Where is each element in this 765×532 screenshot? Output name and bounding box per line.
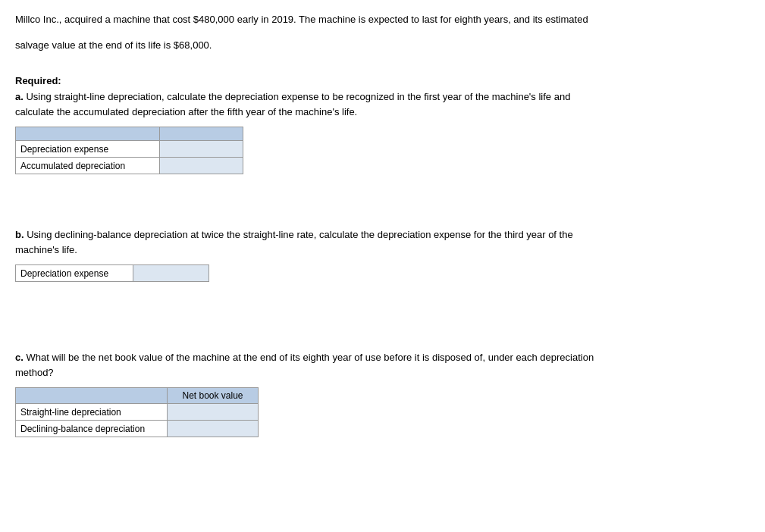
table-b-row1-input-field[interactable] <box>138 268 204 279</box>
table-a-blank-header <box>16 127 160 141</box>
table-c-row1-input-field[interactable] <box>172 407 253 418</box>
table-a-row2-input-field[interactable] <box>165 161 238 171</box>
table-b-row1-input[interactable] <box>133 265 209 282</box>
table-a: Depreciation expense Accumulated depreci… <box>15 127 243 174</box>
table-a-row1-input-field[interactable] <box>165 144 238 155</box>
table-c-row2-input-field[interactable] <box>172 424 253 434</box>
part-a-letter: a. <box>15 91 24 102</box>
table-b-row1-label: Depreciation expense <box>16 265 133 282</box>
table-b: Depreciation expense <box>15 264 209 282</box>
part-b-text-body: Using declining-balance depreciation at … <box>15 229 573 255</box>
table-a-header-row <box>16 127 243 141</box>
part-c-text: c. What will be the net book value of th… <box>15 350 750 380</box>
part-a-text: a. Using straight-line depreciation, cal… <box>15 89 750 119</box>
table-row: Accumulated depreciation <box>16 158 243 174</box>
table-row: Straight-line depreciation <box>16 404 259 421</box>
table-c-row1-label: Straight-line depreciation <box>16 404 168 421</box>
table-c: Net book value Straight-line depreciatio… <box>15 387 259 437</box>
table-row: Declining-balance depreciation <box>16 421 259 437</box>
required-label: Required: <box>15 75 750 86</box>
part-b-letter: b. <box>15 229 24 240</box>
table-a-row2-label: Accumulated depreciation <box>16 158 160 174</box>
intro-section: Millco Inc., acquired a machine that cos… <box>15 12 750 52</box>
part-b-text: b. Using declining-balance depreciation … <box>15 227 750 257</box>
table-row: Depreciation expense <box>16 265 209 282</box>
table-c-blank-header <box>16 388 168 404</box>
table-c-row2-input[interactable] <box>168 421 259 437</box>
part-b-section: b. Using declining-balance depreciation … <box>15 227 750 282</box>
part-a-section: a. Using straight-line depreciation, cal… <box>15 89 750 174</box>
part-c-letter: c. <box>15 352 24 363</box>
part-a-text-body: Using straight-line depreciation, calcul… <box>15 91 570 117</box>
intro-text-2: salvage value at the end of its life is … <box>15 38 750 53</box>
part-c-text-body: What will be the net book value of the m… <box>15 352 594 378</box>
table-c-header-row: Net book value <box>16 388 259 404</box>
table-a-row2-input[interactable] <box>160 158 243 174</box>
table-a-row1-label: Depreciation expense <box>16 141 160 158</box>
table-c-row2-label: Declining-balance depreciation <box>16 421 168 437</box>
table-c-row1-input[interactable] <box>168 404 259 421</box>
table-row: Depreciation expense <box>16 141 243 158</box>
intro-text-1: Millco Inc., acquired a machine that cos… <box>15 12 750 27</box>
table-a-col-header <box>160 127 243 141</box>
table-a-row1-input[interactable] <box>160 141 243 158</box>
part-c-section: c. What will be the net book value of th… <box>15 350 750 437</box>
table-c-col-header: Net book value <box>168 388 259 404</box>
